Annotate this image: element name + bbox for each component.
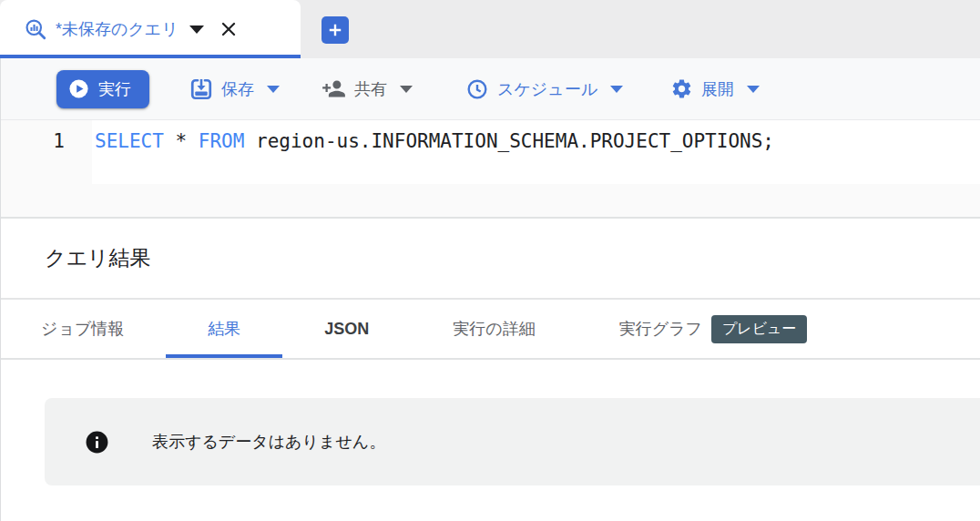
save-icon [189, 77, 213, 101]
sql-keyword: SELECT [95, 130, 164, 152]
share-menu-button[interactable]: 共有 [322, 77, 413, 101]
info-icon [85, 430, 109, 455]
tab-results[interactable]: 結果 [166, 300, 282, 358]
sql-editor: 1 SELECT * FROM region-us.INFORMATION_SC… [1, 120, 980, 184]
tab-caret-down-icon[interactable] [189, 26, 204, 34]
run-button[interactable]: 実行 [56, 70, 149, 108]
code-line: SELECT * FROM region-us.INFORMATION_SCHE… [95, 130, 774, 152]
no-data-banner: 表示するデータはありません。 [45, 398, 980, 485]
tab-label: 実行グラフ [619, 318, 702, 340]
tab-title: *未保存のクエリ [56, 18, 179, 40]
save-menu-button[interactable]: 保存 [189, 77, 280, 101]
tab-label: JSON [324, 320, 369, 339]
schedule-label: スケジュール [497, 78, 597, 100]
tab-label: ジョブ情報 [41, 318, 124, 340]
query-results-header: クエリ結果 [1, 219, 980, 300]
active-results-tab-underline [166, 354, 282, 358]
play-circle-icon [68, 78, 89, 99]
tab-execution-graph[interactable]: 実行グラフ プレビュー [577, 300, 850, 358]
schedule-menu-button[interactable]: スケジュール [465, 77, 623, 101]
plus-icon [325, 20, 345, 40]
sql-code-line[interactable]: SELECT * FROM region-us.INFORMATION_SCHE… [92, 120, 980, 184]
save-caret-down-icon [267, 86, 280, 93]
new-tab-button[interactable] [322, 16, 349, 44]
tab-job-information[interactable]: ジョブ情報 [1, 300, 166, 358]
results-tab-bar: ジョブ情報 結果 JSON 実行の詳細 実行グラフ プレビュー [1, 300, 980, 360]
share-label: 共有 [354, 78, 387, 100]
expand-caret-down-icon [747, 86, 760, 93]
preview-badge: プレビュー [711, 315, 808, 343]
no-data-message: 表示するデータはありません。 [152, 431, 385, 453]
editor-bottom-spacer [1, 184, 980, 219]
sql-keyword: FROM [199, 130, 245, 152]
save-label: 保存 [221, 78, 254, 100]
tab-label: 結果 [208, 318, 240, 340]
query-results-title: クエリ結果 [45, 244, 151, 272]
tab-execution-details[interactable]: 実行の詳細 [411, 300, 577, 358]
expand-menu-button[interactable]: 展開 [670, 77, 760, 100]
share-caret-down-icon [400, 86, 413, 93]
query-tab[interactable]: *未保存のクエリ [0, 0, 301, 58]
query-magnifier-icon [24, 17, 47, 41]
sql-text: region-us.INFORMATION_SCHEMA.PROJECT_OPT… [244, 130, 774, 152]
tab-label: 実行の詳細 [453, 318, 535, 340]
active-tab-underline [0, 55, 301, 58]
query-toolbar: 実行 保存 共有 [1, 58, 980, 120]
tab-json[interactable]: JSON [282, 300, 411, 358]
query-editor-panel: 実行 保存 共有 [0, 58, 980, 521]
clock-icon [465, 77, 489, 101]
editor-tab-strip: *未保存のクエリ [0, 0, 980, 58]
results-body: 表示するデータはありません。 [1, 360, 980, 521]
tab-close-icon[interactable] [218, 18, 240, 40]
run-button-label: 実行 [98, 78, 131, 100]
sql-text: * [164, 130, 199, 152]
person-add-icon [322, 77, 346, 101]
expand-label: 展開 [701, 78, 734, 100]
editor-gutter-line-number: 1 [1, 120, 92, 184]
schedule-caret-down-icon [610, 86, 623, 93]
gear-icon [670, 77, 693, 100]
